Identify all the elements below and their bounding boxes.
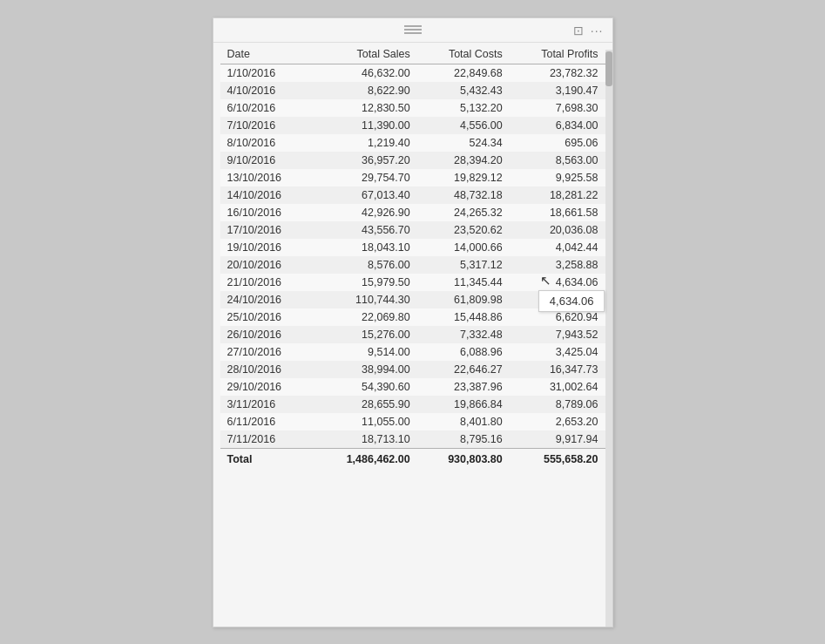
cell-sales: 28,655.90 [313, 396, 417, 413]
table-row: 17/10/201643,556.7023,520.6220,036.08 [220, 221, 605, 239]
cell-sales: 8,622.90 [313, 82, 417, 99]
cell-sales: 67,013.40 [313, 186, 417, 204]
table-row: 6/11/201611,055.008,401.802,653.20 [220, 413, 605, 430]
cell-date: 9/10/2016 [220, 152, 313, 169]
table-row: 27/10/20169,514.006,088.963,425.04 [220, 343, 605, 361]
cell-costs: 22,646.27 [417, 361, 510, 378]
cell-costs: 8,401.80 [417, 413, 510, 430]
table-row: 21/10/201615,979.5011,345.44↖4,634.064,6… [220, 274, 605, 291]
cell-costs: 24,265.32 [417, 204, 510, 221]
cell-date: 7/10/2016 [220, 117, 313, 134]
cell-profits: 18,661.58 [510, 204, 605, 221]
cell-costs: 7,332.48 [417, 326, 510, 343]
cell-profits: 8,563.00 [510, 152, 605, 169]
table-row: 4/10/20168,622.905,432.433,190.47 [220, 82, 605, 99]
cell-profits: 3,190.47 [510, 82, 605, 99]
cell-date: 4/10/2016 [220, 82, 313, 99]
panel-top-bar: ⊡ ··· [213, 18, 612, 43]
table-row: 7/10/201611,390.004,556.006,834.00 [220, 117, 605, 134]
cell-sales: 29,754.70 [313, 169, 417, 186]
cell-date: 26/10/2016 [220, 326, 313, 343]
cell-sales: 42,926.90 [313, 204, 417, 221]
cell-sales: 11,055.00 [313, 413, 417, 430]
cell-value: 4,634.06 [556, 276, 598, 288]
cursor-indicator: ↖ [540, 273, 551, 288]
cell-sales: 18,713.10 [313, 430, 417, 449]
table-row: 13/10/201629,754.7019,829.129,925.58 [220, 169, 605, 186]
cell-date: 3/11/2016 [220, 396, 313, 413]
cell-profits: 695.06 [510, 134, 605, 152]
cell-profits: 31,002.64 [510, 378, 605, 396]
drag-handle[interactable] [404, 25, 422, 34]
cell-costs: 524.34 [417, 134, 510, 152]
cell-profits: 2,653.20 [510, 413, 605, 430]
cell-date: 20/10/2016 [220, 256, 313, 274]
cell-date: 13/10/2016 [220, 169, 313, 186]
cell-date: 6/11/2016 [220, 413, 313, 430]
cell-sales: 46,632.00 [313, 64, 417, 82]
table-row: 19/10/201618,043.1014,000.664,042.44 [220, 239, 605, 256]
cell-date: 28/10/2016 [220, 361, 313, 378]
cell-profits: ↖4,634.064,634.06 [510, 274, 605, 291]
scrollbar-track[interactable] [605, 50, 612, 627]
cell-profits: 9,917.94 [510, 430, 605, 449]
col-header-total-costs: Total Costs [417, 43, 510, 64]
table-row: 9/10/201636,957.2028,394.208,563.00 [220, 152, 605, 169]
cell-costs: 19,866.84 [417, 396, 510, 413]
cell-sales: 11,390.00 [313, 117, 417, 134]
panel-top-icons: ⊡ ··· [573, 24, 604, 37]
cell-sales: 12,830.50 [313, 99, 417, 117]
table-row: 29/10/201654,390.6023,387.9631,002.64 [220, 378, 605, 396]
expand-icon[interactable]: ⊡ [573, 24, 584, 37]
cell-profits: 7,943.52 [510, 326, 605, 343]
footer-total-sales: 1,486,462.00 [313, 448, 417, 470]
cell-profits: 7,698.30 [510, 99, 605, 117]
cell-sales: 110,744.30 [313, 291, 417, 308]
cell-date: 25/10/2016 [220, 308, 313, 326]
cell-costs: 11,345.44 [417, 274, 510, 291]
cell-date: 27/10/2016 [220, 343, 313, 361]
cell-date: 29/10/2016 [220, 378, 313, 396]
cell-costs: 19,829.12 [417, 169, 510, 186]
more-icon[interactable]: ··· [591, 24, 604, 37]
cell-costs: 5,317.12 [417, 256, 510, 274]
cell-profits: 8,789.06 [510, 396, 605, 413]
main-panel: ⊡ ··· Date Total Sales Total Costs Total… [213, 17, 613, 627]
scrollbar-thumb[interactable] [605, 51, 612, 86]
cell-costs: 48,732.18 [417, 186, 510, 204]
cell-date: 24/10/2016 [220, 291, 313, 308]
cell-costs: 5,432.43 [417, 82, 510, 99]
cell-costs: 14,000.66 [417, 239, 510, 256]
cell-date: 14/10/2016 [220, 186, 313, 204]
cell-costs: 8,795.16 [417, 430, 510, 449]
cell-date: 8/10/2016 [220, 134, 313, 152]
cell-sales: 9,514.00 [313, 343, 417, 361]
table-row: 28/10/201638,994.0022,646.2716,347.73 [220, 361, 605, 378]
table-row: 1/10/201646,632.0022,849.6823,782.32 [220, 64, 605, 82]
tooltip-wrapper: ↖4,634.064,634.06 [556, 276, 598, 288]
cell-costs: 28,394.20 [417, 152, 510, 169]
cell-date: 16/10/2016 [220, 204, 313, 221]
cell-sales: 15,276.00 [313, 326, 417, 343]
table-row: 20/10/20168,576.005,317.123,258.88 [220, 256, 605, 274]
col-header-total-sales: Total Sales [313, 43, 417, 64]
cell-sales: 18,043.10 [313, 239, 417, 256]
cell-profits: 3,258.88 [510, 256, 605, 274]
cell-costs: 6,088.96 [417, 343, 510, 361]
table-container: Date Total Sales Total Costs Total Profi… [213, 43, 612, 627]
cell-date: 1/10/2016 [220, 64, 313, 82]
footer-total-costs: 930,803.80 [417, 448, 510, 470]
table-row: 8/10/20161,219.40524.34695.06 [220, 134, 605, 152]
cell-profits: 23,782.32 [510, 64, 605, 82]
cell-costs: 4,556.00 [417, 117, 510, 134]
col-header-date: Date [220, 43, 313, 64]
footer-total-profits: 555,658.20 [510, 448, 605, 470]
cell-date: 21/10/2016 [220, 274, 313, 291]
table-row: 7/11/201618,713.108,795.169,917.94 [220, 430, 605, 449]
cell-costs: 5,132.20 [417, 99, 510, 117]
table-row: 6/10/201612,830.505,132.207,698.30 [220, 99, 605, 117]
cell-costs: 23,387.96 [417, 378, 510, 396]
cell-costs: 15,448.86 [417, 308, 510, 326]
cell-sales: 43,556.70 [313, 221, 417, 239]
table-footer-row: Total 1,486,462.00 930,803.80 555,658.20 [220, 448, 605, 470]
